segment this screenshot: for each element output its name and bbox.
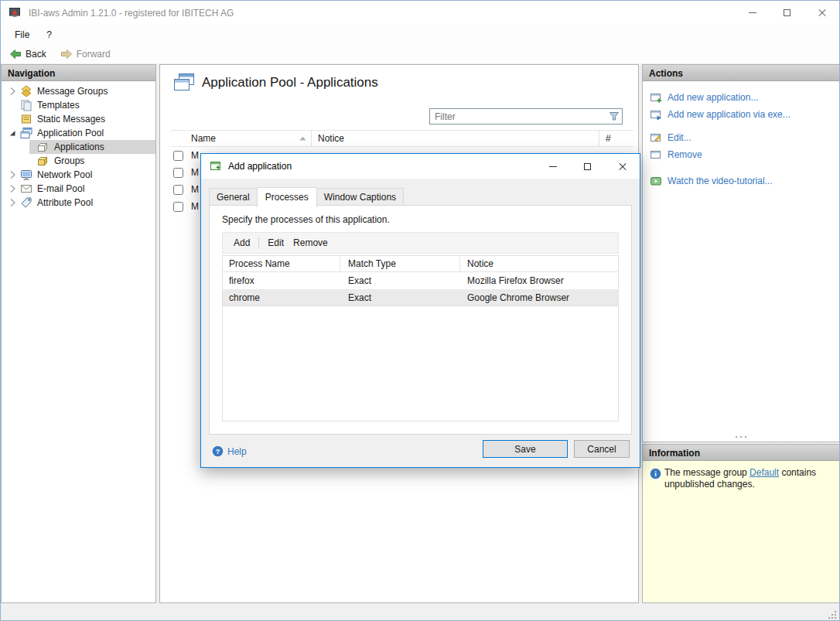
toolbar-separator [258, 237, 259, 249]
row-checkbox[interactable] [173, 185, 183, 195]
email-pool-icon [20, 183, 32, 195]
actions-panel: Actions Add new application... Add new a… [642, 64, 840, 442]
help-link[interactable]: ? Help [212, 445, 247, 457]
cancel-button[interactable]: Cancel [574, 440, 630, 458]
process-row-firefox[interactable]: firefox Exact Mozilla Firefox Browser [223, 272, 618, 289]
panel-splitter-handle[interactable] [643, 435, 839, 439]
filter-funnel-icon[interactable] [609, 111, 620, 121]
applications-table-header: Name Notice # [171, 130, 633, 147]
row-name-cell: M [191, 201, 199, 212]
network-pool-icon [20, 169, 32, 181]
information-message: The message group Default contains unpub… [664, 467, 833, 490]
templates-icon [20, 99, 32, 111]
add-process-button[interactable]: Add [229, 235, 254, 251]
action-add-new-application[interactable]: Add new application... [643, 89, 839, 106]
information-panel: Information i The message group Default … [642, 444, 840, 603]
help-icon: ? [212, 445, 224, 457]
nav-item-templates[interactable]: Templates [2, 98, 155, 112]
nav-item-label: Applications [54, 140, 104, 154]
nav-item-application-pool[interactable]: Application Pool [2, 126, 155, 140]
default-message-group-link[interactable]: Default [750, 467, 779, 478]
navigation-tree: Message Groups Templates Static Messages [2, 81, 155, 210]
chevron-right-icon[interactable] [8, 87, 17, 96]
nav-item-groups[interactable]: Groups [2, 154, 155, 168]
action-watch-video-tutorial[interactable]: Watch the video-tutorial... [643, 172, 839, 189]
titlebar: IBI-aws Admin 1.21.0 - registered for IB… [1, 1, 839, 25]
action-add-new-application-via-exe[interactable]: Add new application via exe... [643, 106, 839, 123]
match-type-column-header[interactable]: Match Type [340, 256, 460, 271]
chevron-right-icon[interactable] [8, 170, 17, 179]
dialog-window-controls [535, 154, 640, 179]
count-column-header[interactable]: # [599, 133, 633, 144]
forward-button[interactable]: Forward [55, 46, 116, 62]
chevron-right-icon[interactable] [8, 198, 17, 207]
information-panel-header: Information [643, 445, 839, 461]
back-button[interactable]: Back [4, 46, 52, 62]
close-icon [818, 9, 827, 18]
maximize-icon [784, 9, 790, 16]
notice-column-header[interactable]: Notice [460, 256, 618, 271]
nav-item-static-messages[interactable]: Static Messages [2, 112, 155, 126]
process-toolbar: Add Edit Remove [222, 232, 619, 254]
dialog-maximize-button[interactable] [570, 154, 605, 179]
edit-process-button[interactable]: Edit [263, 235, 289, 251]
application-pool-page-icon [172, 73, 196, 93]
back-label: Back [26, 49, 46, 60]
svg-text:i: i [654, 469, 657, 478]
process-row-chrome[interactable]: chrome Exact Google Chrome Browser [223, 289, 618, 306]
chevron-down-icon[interactable] [8, 128, 17, 138]
tab-window-captions[interactable]: Window Captions [316, 188, 404, 206]
process-name-column-header[interactable]: Process Name [223, 256, 340, 271]
maximize-button[interactable] [770, 1, 804, 25]
action-remove[interactable]: Remove [643, 146, 839, 163]
remove-application-icon [650, 148, 662, 161]
notice-cell: Mozilla Firefox Browser [460, 272, 618, 289]
app-logo-icon [9, 6, 21, 19]
applications-icon [37, 141, 50, 153]
top-chrome: IBI-aws Admin 1.21.0 - registered for IB… [1, 1, 839, 63]
tab-processes[interactable]: Processes [257, 187, 317, 207]
menubar: File ? [1, 25, 60, 44]
info-icon: i [650, 468, 661, 479]
filter-input[interactable] [429, 108, 623, 125]
resize-grip[interactable] [827, 609, 836, 619]
chevron-right-icon[interactable] [8, 184, 17, 193]
add-application-dialog-icon [210, 160, 222, 172]
remove-process-button[interactable]: Remove [289, 235, 333, 251]
processes-tab-panel: Specify the processes of this applicatio… [209, 205, 632, 435]
name-column-header[interactable]: Name [188, 131, 312, 146]
nav-item-label: Templates [37, 98, 80, 112]
row-checkbox[interactable] [173, 151, 183, 161]
minimize-button[interactable] [735, 1, 770, 25]
row-checkbox[interactable] [173, 202, 183, 212]
nav-item-label: Groups [54, 154, 84, 168]
nav-item-applications[interactable]: Applications [2, 140, 155, 154]
dialog-minimize-button[interactable] [535, 154, 570, 179]
action-label: Watch the video-tutorial... [668, 176, 773, 186]
menu-file[interactable]: File [7, 26, 37, 43]
dialog-titlebar[interactable]: Add application [201, 154, 640, 179]
row-checkbox[interactable] [173, 168, 183, 178]
minimize-icon [749, 12, 756, 13]
action-label: Edit... [668, 132, 691, 143]
process-table: Process Name Match Type Notice firefox E… [222, 255, 619, 421]
notice-column-header[interactable]: Notice [312, 131, 599, 146]
nav-item-email-pool[interactable]: E-mail Pool [2, 182, 155, 196]
add-application-dialog: Add application General Processes Window… [200, 153, 640, 468]
nav-item-message-groups[interactable]: Message Groups [2, 84, 155, 98]
action-edit[interactable]: Edit... [643, 129, 839, 146]
save-button[interactable]: Save [483, 440, 568, 458]
name-column-label: Name [191, 133, 216, 144]
minimize-icon [549, 166, 557, 167]
message-groups-icon [20, 85, 32, 97]
nav-item-network-pool[interactable]: Network Pool [2, 168, 155, 182]
edit-application-icon [650, 131, 662, 144]
tab-general[interactable]: General [209, 188, 258, 206]
add-application-exe-icon [650, 108, 662, 121]
navigation-panel: Navigation Message Groups Templates [1, 64, 156, 603]
menu-help[interactable]: ? [39, 26, 60, 43]
application-pool-icon [20, 127, 32, 139]
dialog-close-button[interactable] [605, 154, 640, 179]
close-button[interactable] [804, 1, 839, 25]
nav-item-attribute-pool[interactable]: Attribute Pool [2, 196, 155, 210]
